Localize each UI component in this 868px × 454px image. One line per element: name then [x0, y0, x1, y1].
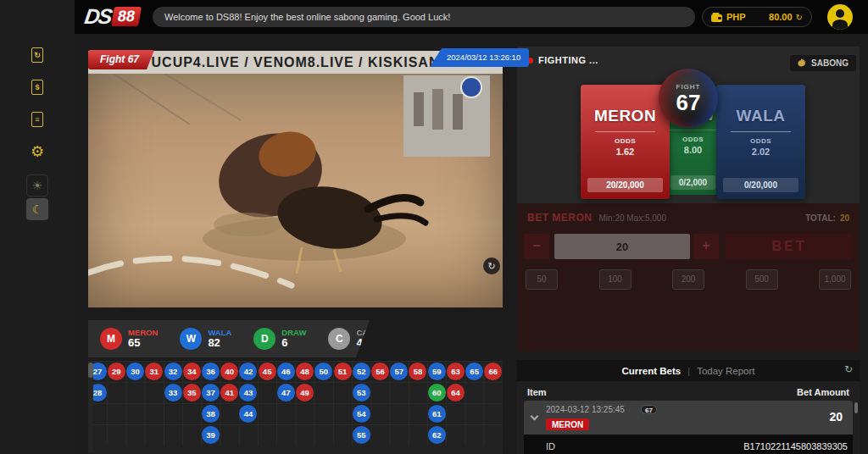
meron-title: MERON [581, 107, 670, 125]
col-item: Item [527, 387, 547, 397]
meron-odds-label: ODDS [581, 137, 670, 145]
result-47: 47 [277, 384, 295, 401]
quick-amount-1000[interactable]: 1,000 [819, 269, 851, 290]
result-54: 54 [353, 405, 370, 423]
fight-status-text: FIGHTING ... [538, 55, 598, 65]
bet-side-badge: MERON [546, 418, 589, 430]
balance-refresh-icon[interactable]: ↻ [796, 13, 803, 22]
bet-detail-row: ID B1710221145803839305 [524, 435, 853, 454]
bet-info-line: BET MERON Min:20 Max:5,000 TOTAL: 20 [527, 212, 849, 224]
draw-pool: 0/2,000 [670, 175, 715, 190]
result-50: 50 [314, 363, 332, 380]
sidebar-icons: ↻$≡⚙☀☾ [0, 42, 75, 227]
result-30: 30 [126, 363, 144, 380]
video-refresh-icon[interactable]: ↻ [483, 257, 500, 274]
stat-value: 4 [356, 337, 390, 349]
wala-pool: 0/20,000 [723, 178, 798, 192]
result-63: 63 [447, 363, 465, 380]
provider-label: SABONG [811, 58, 849, 68]
doc-glyph: ↻ [32, 48, 42, 62]
stat-value: 65 [128, 337, 158, 349]
bet-limits: Min:20 Max:5,000 [599, 213, 667, 223]
light-mode-icon[interactable]: ☀ [26, 174, 48, 197]
ds88-logo[interactable]: DS 88 [85, 4, 140, 29]
doc-shape: ≡ [31, 112, 43, 127]
stat-draw: DDRAW6 [253, 328, 306, 350]
betting-panel: FIGHTING ... SABONG MERON ODDS 1.62 20/2… [517, 47, 860, 352]
avatar-body-shape [832, 19, 848, 30]
cancel-letter-icon: C [328, 328, 350, 350]
sidebar: ↻$≡⚙☀☾ [0, 0, 75, 454]
provider-badge[interactable]: SABONG [790, 55, 856, 71]
scrollbar-thumb[interactable] [88, 363, 93, 378]
game-records-icon[interactable]: ≡ [25, 107, 50, 132]
result-58: 58 [409, 363, 426, 380]
result-37: 37 [202, 384, 220, 401]
result-48: 48 [296, 363, 314, 380]
result-42: 42 [239, 363, 257, 380]
result-32: 32 [164, 363, 182, 380]
app-root: ↻$≡⚙☀☾ DS 88 Welcome to DS88! Enjoy the … [0, 0, 868, 454]
meron-odds-value: 1.62 [581, 147, 670, 157]
bets-scrollbar-thumb[interactable] [854, 402, 858, 413]
fight-number-badge: Fight 67 [88, 50, 154, 69]
result-31: 31 [145, 363, 163, 380]
quick-amount-50[interactable]: 50 [526, 269, 558, 290]
result-56: 56 [371, 363, 389, 380]
results-grid: 2728293031323334353637383940414243444546… [88, 361, 503, 446]
result-65: 65 [465, 363, 483, 380]
result-62: 62 [428, 426, 446, 444]
stats-bar: MMERON65WWALA82DDRAW6CCANCEL4 [88, 320, 370, 357]
bet-controls-zone: BET MERON Min:20 Max:5,000 TOTAL: 20 − +… [517, 203, 860, 352]
stat-wala: WWALA82 [180, 328, 231, 350]
meron-pool: 20/20,000 [587, 178, 663, 192]
result-34: 34 [183, 363, 201, 380]
doc-shape: $ [31, 80, 43, 95]
bet-row[interactable]: 2024-03-12 13:25:45 67 MERON 20 [524, 401, 853, 435]
live-video[interactable]: UCUP4.LIVE / VENOM8.LIVE / KISKISAN ↻ [88, 51, 503, 307]
result-49: 49 [296, 384, 314, 401]
result-38: 38 [202, 405, 220, 423]
balance-value: 80.00 [769, 12, 793, 22]
quick-amount-100[interactable]: 100 [599, 269, 632, 290]
rooster-icon [796, 58, 807, 69]
meron-card[interactable]: MERON ODDS 1.62 20/20,000 [581, 85, 670, 199]
result-39: 39 [202, 426, 220, 444]
bet-amount-controls: − + BET [517, 234, 860, 259]
bet-button[interactable]: BET [726, 234, 853, 259]
transaction-report-icon[interactable]: $ [25, 75, 50, 100]
quick-amount-200[interactable]: 200 [672, 269, 704, 290]
wala-odds-label: ODDS [716, 137, 805, 145]
bet-id-label: ID [546, 441, 555, 451]
wala-letter-icon: W [180, 328, 202, 350]
result-57: 57 [390, 363, 408, 380]
wala-odds-value: 2.02 [716, 147, 805, 157]
increase-bet-button[interactable]: + [693, 234, 719, 259]
result-55: 55 [353, 426, 370, 444]
decrease-bet-button[interactable]: − [524, 234, 549, 259]
tab-separator: | [687, 366, 690, 376]
wala-card[interactable]: WALA ODDS 2.02 0/20,000 [716, 85, 805, 199]
results-grid-scrollbar[interactable] [88, 363, 93, 452]
chevron-down-icon[interactable] [531, 412, 539, 421]
user-avatar[interactable] [827, 4, 853, 30]
bets-tabs: Current Bets | Today Report [517, 360, 860, 381]
quick-amount-500[interactable]: 500 [746, 269, 778, 290]
tab-today-report[interactable]: Today Report [697, 366, 754, 376]
dark-mode-icon[interactable]: ☾ [26, 198, 48, 220]
result-40: 40 [220, 363, 238, 380]
results-grid-wrap[interactable]: 2728293031323334353637383940414243444546… [88, 361, 503, 454]
currency-label: PHP [726, 12, 746, 22]
bet-amount-input[interactable] [554, 234, 690, 259]
bets-refresh-icon[interactable]: ↻ [844, 363, 853, 375]
result-41: 41 [220, 384, 238, 401]
wallet-icon [711, 13, 722, 22]
wallet-pill[interactable]: PHP 80.00 ↻ [702, 7, 812, 27]
stat-value: 6 [281, 337, 306, 349]
result-45: 45 [259, 363, 276, 380]
settings-icon[interactable]: ⚙ [25, 139, 50, 164]
bet-history-icon[interactable]: ↻ [25, 42, 50, 68]
tab-current-bets[interactable]: Current Bets [621, 366, 681, 376]
bet-amount-value: 20 [829, 410, 843, 424]
fight-number-circle: FIGHT 67 [659, 69, 718, 128]
